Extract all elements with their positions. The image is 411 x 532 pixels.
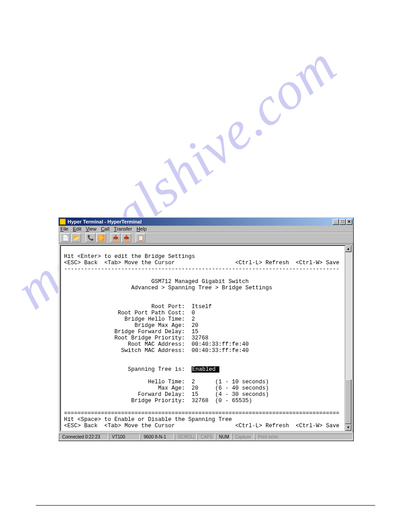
tb-disconnect-icon[interactable]: 📴 bbox=[96, 233, 106, 242]
tb-open-icon[interactable]: 📂 bbox=[71, 233, 81, 242]
menu-help[interactable]: Help bbox=[137, 226, 147, 232]
close-button[interactable]: ✕ bbox=[346, 219, 352, 225]
scroll-down-button[interactable]: ▼ bbox=[345, 424, 351, 431]
menu-call[interactable]: Call bbox=[101, 226, 109, 232]
tb-new-icon[interactable]: 📄 bbox=[60, 233, 70, 242]
menubar: File Edit View Call Transfer Help bbox=[59, 226, 353, 232]
status-emulation: VT100 bbox=[109, 433, 140, 440]
statusbar: Connected 0:22:23 VT100 9600 8-N-1 SCROL… bbox=[59, 433, 353, 441]
menu-transfer[interactable]: Transfer bbox=[114, 226, 132, 232]
app-icon bbox=[60, 219, 66, 225]
menu-view[interactable]: View bbox=[86, 226, 97, 232]
status-params: 9600 8-N-1 bbox=[141, 433, 174, 440]
status-printecho: Print echo bbox=[255, 433, 353, 440]
menu-edit[interactable]: Edit bbox=[73, 226, 81, 232]
hyperterminal-window: Hyper Terminal - HyperTerminal _ □ ✕ Fil… bbox=[58, 217, 354, 441]
maximize-button[interactable]: □ bbox=[339, 219, 346, 225]
status-scroll: SCROLL bbox=[175, 433, 197, 440]
toolbar: 📄 📂 📞 📴 📤 📥 📋 bbox=[59, 232, 353, 244]
status-caps: CAPS bbox=[197, 433, 215, 440]
tb-connect-icon[interactable]: 📞 bbox=[86, 233, 95, 242]
tb-receive-icon[interactable]: 📥 bbox=[121, 233, 131, 242]
tb-send-icon[interactable]: 📤 bbox=[111, 233, 120, 242]
status-capture: Capture bbox=[232, 433, 254, 440]
tb-properties-icon[interactable]: 📋 bbox=[136, 233, 146, 242]
status-num: NUM bbox=[216, 433, 231, 440]
scroll-thumb[interactable] bbox=[345, 379, 351, 424]
scroll-up-button[interactable]: ▲ bbox=[345, 245, 351, 252]
menu-file[interactable]: File bbox=[60, 226, 68, 232]
status-connected: Connected 0:22:23 bbox=[59, 433, 108, 440]
page-footer-separator bbox=[36, 505, 375, 506]
minimize-button[interactable]: _ bbox=[333, 219, 339, 225]
terminal-output[interactable]: Hit <Enter> to edit the Bridge Settings … bbox=[60, 245, 351, 431]
spanning-tree-value[interactable]: Enabled bbox=[192, 366, 219, 373]
titlebar: Hyper Terminal - HyperTerminal _ □ ✕ bbox=[59, 218, 353, 226]
client-area: Hit <Enter> to edit the Bridge Settings … bbox=[60, 245, 352, 431]
scroll-track[interactable] bbox=[345, 252, 351, 424]
window-title: Hyper Terminal - HyperTerminal bbox=[68, 219, 333, 224]
vertical-scrollbar[interactable]: ▲ ▼ bbox=[345, 245, 351, 431]
